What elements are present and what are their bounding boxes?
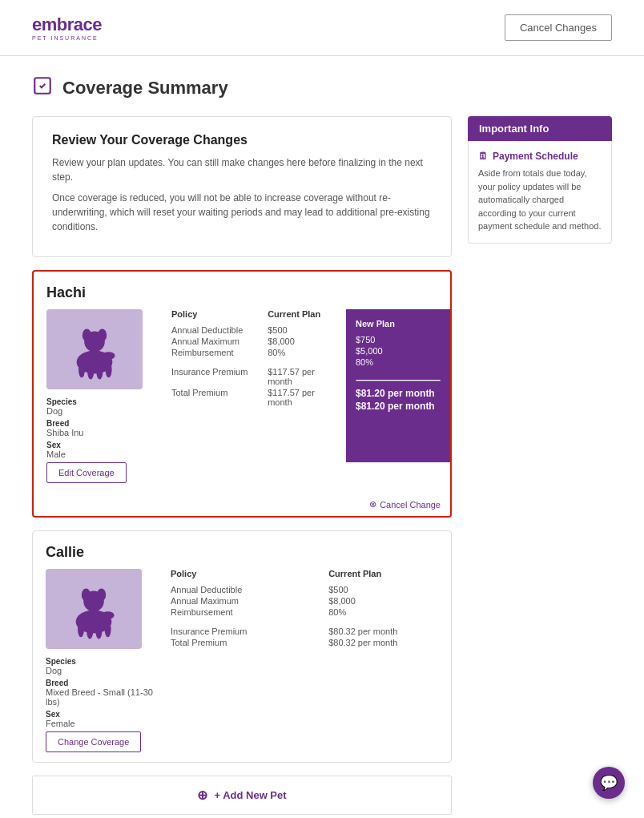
svg-point-5 [78,362,85,377]
hachi-species: Dog [46,406,162,416]
hachi-left: Species Dog Breed Shiba Inu Sex Male [34,309,162,462]
hachi-deductible-current: $500 [268,325,336,335]
hachi-maximum-new: $5,000 [356,346,441,356]
hachi-insurance-new: $81.20 per month [356,388,441,399]
svg-point-8 [106,362,112,377]
important-info-body: 🗓 Payment Schedule Aside from totals due… [468,141,612,244]
callie-species-label: Species [46,657,161,666]
callie-deductible-current: $500 [328,585,441,594]
payment-schedule-text: Aside from totals due today, your policy… [478,167,602,233]
hachi-policy: Policy Current Plan Annual Deductible $5… [162,309,346,462]
important-title: Important Info [479,123,601,135]
header: embrace PET INSURANCE Cancel Changes [0,0,644,56]
payment-schedule-title: 🗓 Payment Schedule [478,151,602,162]
callie-total-label: Total Premium [171,638,328,647]
payment-icon: 🗓 [478,151,488,162]
hachi-reimbursement-new: 80% [356,357,441,367]
callie-reimbursement-current: 80% [328,607,441,617]
page-title-section: Coverage Summary [0,56,644,108]
hachi-deductible-label: Annual Deductible [171,325,268,335]
pet-card-hachi: Hachi [32,270,452,518]
logo: embrace PET INSURANCE [32,14,102,41]
svg-point-4 [98,328,107,341]
callie-deductible-label: Annual Deductible [171,585,328,594]
right-panel: Important Info 🗓 Payment Schedule Aside … [468,116,612,818]
hachi-name: Hachi [46,284,450,301]
callie-policy: Policy Current Plan Annual Deductible $5… [161,569,451,731]
svg-point-3 [83,328,91,341]
review-box: Review Your Coverage Changes Review your… [32,116,452,257]
svg-point-16 [95,623,102,639]
coverage-summary-icon [32,75,53,100]
important-info-header: Important Info [468,116,612,141]
hachi-breed: Shiba Inu [46,428,162,437]
callie-current-header: Current Plan [328,569,441,578]
cancel-change-icon: ⊗ [369,499,376,510]
chat-icon: 💬 [600,774,618,792]
svg-point-7 [96,364,103,379]
hachi-image [46,309,143,389]
add-new-pet-button[interactable]: ⊕ + Add New Pet [32,776,452,815]
callie-name: Callie [46,544,451,561]
hachi-new-plan: New Plan $750 $5,000 80% $81.20 per mont… [346,309,450,462]
svg-point-18 [102,611,115,619]
svg-point-9 [103,352,115,360]
hachi-insurance-current: $117.57 per month [268,367,336,386]
cancel-changes-button[interactable]: Cancel Changes [505,14,612,41]
pet-card-callie: Callie [32,530,452,763]
callie-maximum-label: Annual Maximum [171,596,328,606]
hachi-species-label: Species [46,397,162,406]
hachi-insurance-label: Insurance Premium [171,367,268,386]
add-pet-icon: ⊕ [197,788,207,803]
callie-reimbursement-label: Reimbursement [171,607,328,617]
hachi-total-new: $81.20 per month [356,401,441,412]
svg-point-15 [87,623,93,639]
callie-change-coverage-button[interactable]: Change Coverage [46,731,141,752]
chat-bubble[interactable]: 💬 [593,767,625,799]
callie-total-current: $80.32 per month [328,638,441,647]
main-content: Review Your Coverage Changes Review your… [0,108,644,818]
hachi-total-current: $117.57 per month [268,388,336,407]
callie-insurance-current: $80.32 per month [328,627,441,636]
callie-sex: Female [46,719,161,728]
callie-maximum-current: $8,000 [328,596,441,606]
svg-point-17 [105,622,111,637]
page-title: Coverage Summary [62,78,228,99]
review-text-1: Review your plan updates. You can still … [52,155,432,184]
svg-point-14 [78,622,84,637]
hachi-reimbursement-label: Reimbursement [171,348,268,357]
hachi-current-header: Current Plan [268,309,336,319]
callie-inner: Species Dog Breed Mixed Breed - Small (1… [33,569,451,731]
hachi-reimbursement-current: 80% [268,348,336,357]
add-pet-label: + Add New Pet [214,789,286,801]
callie-insurance-label: Insurance Premium [171,627,328,636]
hachi-edit-coverage-button[interactable]: Edit Coverage [46,462,127,483]
svg-point-6 [87,364,94,379]
hachi-total-label: Total Premium [171,388,268,407]
callie-breed: Mixed Breed - Small (11-30 lbs) [46,687,161,707]
left-panel: Review Your Coverage Changes Review your… [32,116,452,818]
callie-breed-label: Breed [46,679,161,687]
review-text-2: Once coverage is reduced, you will not b… [52,191,432,234]
hachi-cancel-change-row: ⊗ Cancel Change [34,493,450,516]
hachi-deductible-new: $750 [356,335,441,345]
hachi-breed-label: Breed [46,419,162,428]
hachi-maximum-label: Annual Maximum [171,336,268,346]
svg-point-12 [82,588,91,601]
hachi-cancel-change-link[interactable]: ⊗ Cancel Change [369,499,441,510]
callie-image [46,569,142,649]
hachi-sex-label: Sex [46,441,162,449]
svg-point-13 [97,588,106,601]
callie-policy-header: Policy [171,569,328,578]
hachi-sex: Male [46,449,162,459]
hachi-policy-header: Policy [171,309,268,319]
hachi-new-plan-header: New Plan [356,319,441,328]
callie-sex-label: Sex [46,710,161,719]
review-title: Review Your Coverage Changes [52,133,432,147]
callie-left: Species Dog Breed Mixed Breed - Small (1… [33,569,161,731]
hachi-maximum-current: $8,000 [268,336,336,346]
callie-species: Dog [46,666,161,675]
